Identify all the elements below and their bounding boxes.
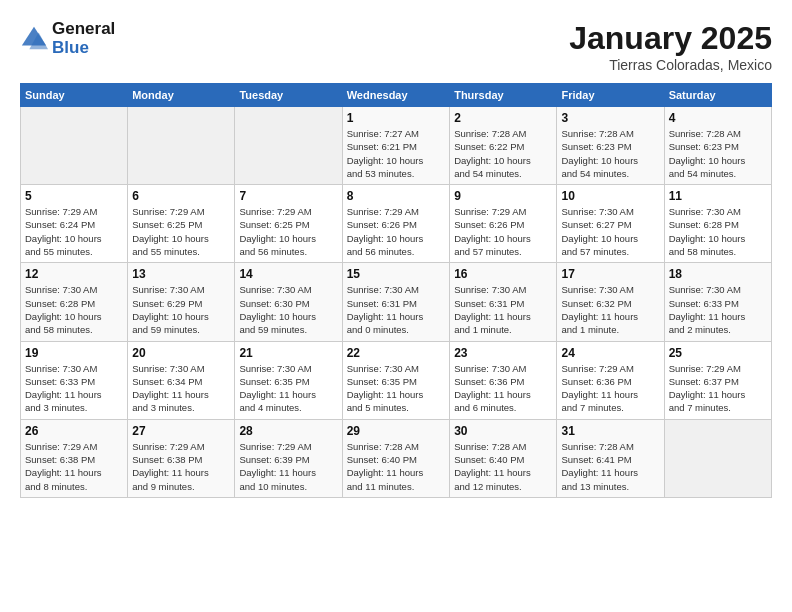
day-info: Sunrise: 7:30 AM Sunset: 6:28 PM Dayligh…	[669, 205, 767, 258]
day-info: Sunrise: 7:30 AM Sunset: 6:31 PM Dayligh…	[347, 283, 445, 336]
title-block: January 2025 Tierras Coloradas, Mexico	[569, 20, 772, 73]
day-info: Sunrise: 7:27 AM Sunset: 6:21 PM Dayligh…	[347, 127, 445, 180]
calendar-cell: 17Sunrise: 7:30 AM Sunset: 6:32 PM Dayli…	[557, 263, 664, 341]
day-info: Sunrise: 7:30 AM Sunset: 6:33 PM Dayligh…	[669, 283, 767, 336]
month-title: January 2025	[569, 20, 772, 57]
day-info: Sunrise: 7:29 AM Sunset: 6:26 PM Dayligh…	[454, 205, 552, 258]
calendar-cell: 30Sunrise: 7:28 AM Sunset: 6:40 PM Dayli…	[450, 419, 557, 497]
calendar-cell: 15Sunrise: 7:30 AM Sunset: 6:31 PM Dayli…	[342, 263, 449, 341]
weekday-header-tuesday: Tuesday	[235, 84, 342, 107]
calendar-cell: 21Sunrise: 7:30 AM Sunset: 6:35 PM Dayli…	[235, 341, 342, 419]
day-number: 11	[669, 189, 767, 203]
day-info: Sunrise: 7:30 AM Sunset: 6:31 PM Dayligh…	[454, 283, 552, 336]
day-number: 20	[132, 346, 230, 360]
calendar-cell: 11Sunrise: 7:30 AM Sunset: 6:28 PM Dayli…	[664, 185, 771, 263]
calendar-cell: 28Sunrise: 7:29 AM Sunset: 6:39 PM Dayli…	[235, 419, 342, 497]
day-number: 17	[561, 267, 659, 281]
weekday-header-thursday: Thursday	[450, 84, 557, 107]
calendar-cell: 10Sunrise: 7:30 AM Sunset: 6:27 PM Dayli…	[557, 185, 664, 263]
logo-icon	[20, 25, 48, 53]
weekday-header-wednesday: Wednesday	[342, 84, 449, 107]
day-number: 7	[239, 189, 337, 203]
weekday-header-saturday: Saturday	[664, 84, 771, 107]
calendar-cell: 22Sunrise: 7:30 AM Sunset: 6:35 PM Dayli…	[342, 341, 449, 419]
calendar-cell: 12Sunrise: 7:30 AM Sunset: 6:28 PM Dayli…	[21, 263, 128, 341]
calendar-cell: 19Sunrise: 7:30 AM Sunset: 6:33 PM Dayli…	[21, 341, 128, 419]
calendar-cell: 5Sunrise: 7:29 AM Sunset: 6:24 PM Daylig…	[21, 185, 128, 263]
day-number: 30	[454, 424, 552, 438]
calendar-cell: 27Sunrise: 7:29 AM Sunset: 6:38 PM Dayli…	[128, 419, 235, 497]
calendar-week-4: 19Sunrise: 7:30 AM Sunset: 6:33 PM Dayli…	[21, 341, 772, 419]
day-info: Sunrise: 7:30 AM Sunset: 6:36 PM Dayligh…	[454, 362, 552, 415]
day-info: Sunrise: 7:28 AM Sunset: 6:40 PM Dayligh…	[454, 440, 552, 493]
calendar-cell: 23Sunrise: 7:30 AM Sunset: 6:36 PM Dayli…	[450, 341, 557, 419]
day-info: Sunrise: 7:30 AM Sunset: 6:35 PM Dayligh…	[239, 362, 337, 415]
calendar-week-5: 26Sunrise: 7:29 AM Sunset: 6:38 PM Dayli…	[21, 419, 772, 497]
calendar-cell: 2Sunrise: 7:28 AM Sunset: 6:22 PM Daylig…	[450, 107, 557, 185]
day-info: Sunrise: 7:28 AM Sunset: 6:23 PM Dayligh…	[561, 127, 659, 180]
calendar-body: 1Sunrise: 7:27 AM Sunset: 6:21 PM Daylig…	[21, 107, 772, 498]
day-number: 19	[25, 346, 123, 360]
calendar-cell: 24Sunrise: 7:29 AM Sunset: 6:36 PM Dayli…	[557, 341, 664, 419]
day-number: 18	[669, 267, 767, 281]
day-number: 4	[669, 111, 767, 125]
day-number: 8	[347, 189, 445, 203]
calendar-cell	[21, 107, 128, 185]
weekday-header-friday: Friday	[557, 84, 664, 107]
calendar-cell: 16Sunrise: 7:30 AM Sunset: 6:31 PM Dayli…	[450, 263, 557, 341]
calendar-cell: 9Sunrise: 7:29 AM Sunset: 6:26 PM Daylig…	[450, 185, 557, 263]
day-info: Sunrise: 7:29 AM Sunset: 6:38 PM Dayligh…	[25, 440, 123, 493]
day-number: 15	[347, 267, 445, 281]
calendar-week-3: 12Sunrise: 7:30 AM Sunset: 6:28 PM Dayli…	[21, 263, 772, 341]
day-info: Sunrise: 7:29 AM Sunset: 6:39 PM Dayligh…	[239, 440, 337, 493]
logo: General Blue	[20, 20, 115, 57]
day-info: Sunrise: 7:30 AM Sunset: 6:32 PM Dayligh…	[561, 283, 659, 336]
day-number: 22	[347, 346, 445, 360]
calendar-cell: 1Sunrise: 7:27 AM Sunset: 6:21 PM Daylig…	[342, 107, 449, 185]
day-number: 14	[239, 267, 337, 281]
weekday-header-monday: Monday	[128, 84, 235, 107]
day-info: Sunrise: 7:29 AM Sunset: 6:25 PM Dayligh…	[239, 205, 337, 258]
day-number: 25	[669, 346, 767, 360]
calendar-cell: 6Sunrise: 7:29 AM Sunset: 6:25 PM Daylig…	[128, 185, 235, 263]
calendar-header: SundayMondayTuesdayWednesdayThursdayFrid…	[21, 84, 772, 107]
day-number: 6	[132, 189, 230, 203]
calendar-table: SundayMondayTuesdayWednesdayThursdayFrid…	[20, 83, 772, 498]
calendar-cell	[128, 107, 235, 185]
day-number: 16	[454, 267, 552, 281]
day-number: 3	[561, 111, 659, 125]
day-number: 12	[25, 267, 123, 281]
day-info: Sunrise: 7:28 AM Sunset: 6:22 PM Dayligh…	[454, 127, 552, 180]
location-subtitle: Tierras Coloradas, Mexico	[569, 57, 772, 73]
logo-text-general: General	[52, 20, 115, 39]
calendar-cell: 26Sunrise: 7:29 AM Sunset: 6:38 PM Dayli…	[21, 419, 128, 497]
calendar-cell: 8Sunrise: 7:29 AM Sunset: 6:26 PM Daylig…	[342, 185, 449, 263]
day-info: Sunrise: 7:28 AM Sunset: 6:41 PM Dayligh…	[561, 440, 659, 493]
logo-text-blue: Blue	[52, 39, 115, 58]
day-info: Sunrise: 7:29 AM Sunset: 6:26 PM Dayligh…	[347, 205, 445, 258]
day-number: 21	[239, 346, 337, 360]
calendar-cell: 14Sunrise: 7:30 AM Sunset: 6:30 PM Dayli…	[235, 263, 342, 341]
day-number: 2	[454, 111, 552, 125]
day-info: Sunrise: 7:29 AM Sunset: 6:25 PM Dayligh…	[132, 205, 230, 258]
calendar-cell: 25Sunrise: 7:29 AM Sunset: 6:37 PM Dayli…	[664, 341, 771, 419]
page-header: General Blue January 2025 Tierras Colora…	[20, 20, 772, 73]
day-info: Sunrise: 7:28 AM Sunset: 6:23 PM Dayligh…	[669, 127, 767, 180]
calendar-cell: 18Sunrise: 7:30 AM Sunset: 6:33 PM Dayli…	[664, 263, 771, 341]
day-number: 10	[561, 189, 659, 203]
day-info: Sunrise: 7:29 AM Sunset: 6:37 PM Dayligh…	[669, 362, 767, 415]
day-info: Sunrise: 7:29 AM Sunset: 6:24 PM Dayligh…	[25, 205, 123, 258]
calendar-week-1: 1Sunrise: 7:27 AM Sunset: 6:21 PM Daylig…	[21, 107, 772, 185]
day-number: 27	[132, 424, 230, 438]
calendar-cell: 31Sunrise: 7:28 AM Sunset: 6:41 PM Dayli…	[557, 419, 664, 497]
day-number: 26	[25, 424, 123, 438]
day-info: Sunrise: 7:28 AM Sunset: 6:40 PM Dayligh…	[347, 440, 445, 493]
day-info: Sunrise: 7:30 AM Sunset: 6:35 PM Dayligh…	[347, 362, 445, 415]
calendar-cell: 29Sunrise: 7:28 AM Sunset: 6:40 PM Dayli…	[342, 419, 449, 497]
calendar-cell	[235, 107, 342, 185]
calendar-cell: 3Sunrise: 7:28 AM Sunset: 6:23 PM Daylig…	[557, 107, 664, 185]
day-number: 29	[347, 424, 445, 438]
day-info: Sunrise: 7:29 AM Sunset: 6:38 PM Dayligh…	[132, 440, 230, 493]
day-number: 23	[454, 346, 552, 360]
day-number: 1	[347, 111, 445, 125]
